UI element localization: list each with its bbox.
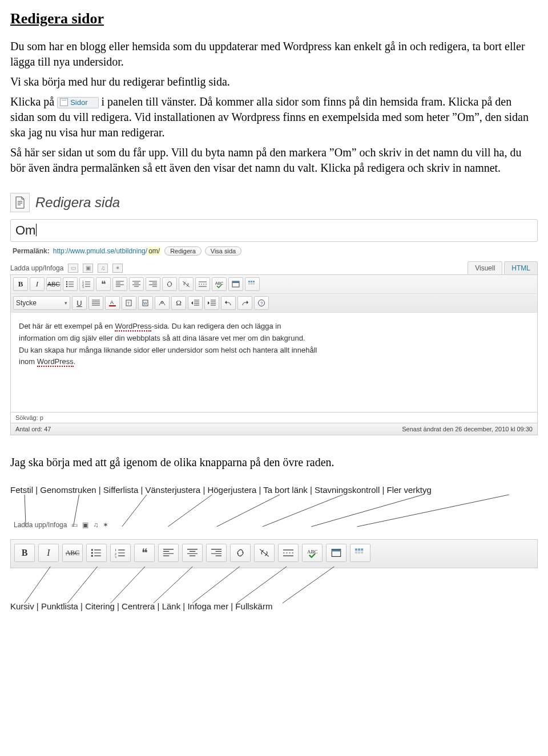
svg-rect-34 — [358, 548, 360, 551]
editor-toolbar: B I ABC 123 ❝ ABC Stycke U A T W Ω — [10, 274, 538, 313]
ordered-list-button[interactable]: 123 — [110, 544, 131, 562]
tab-visual[interactable]: Visuell — [468, 261, 502, 274]
page-title-input[interactable]: Om — [10, 219, 538, 242]
insert-audio-icon[interactable]: ♫ — [98, 264, 108, 273]
redo-button[interactable] — [237, 296, 252, 310]
align-left-button[interactable] — [158, 544, 179, 562]
italic-button[interactable]: I — [38, 544, 59, 562]
intro-p2: Vi ska börja med hur du redigerar befint… — [10, 74, 538, 90]
unordered-list-button[interactable] — [63, 277, 78, 291]
spellcheck-button[interactable]: ABC — [302, 544, 323, 562]
svg-rect-36 — [355, 551, 357, 553]
permalink-url[interactable]: http://www.pmuld.se/utbildning/ — [53, 247, 147, 255]
svg-text:W: W — [143, 301, 147, 305]
remove-format-button[interactable] — [155, 296, 170, 310]
svg-text:?: ? — [260, 301, 263, 306]
bold-button[interactable]: B — [14, 544, 35, 562]
svg-rect-14 — [253, 283, 255, 285]
svg-rect-8 — [232, 281, 239, 283]
fullscreen-button[interactable] — [228, 277, 243, 291]
align-right-button[interactable] — [146, 277, 160, 291]
align-justify-button[interactable] — [88, 296, 103, 310]
unlink-button[interactable] — [179, 277, 194, 291]
sidor-menu-chip[interactable]: Sidor — [57, 97, 98, 108]
intro-p1: Du som har en blogg eller hemsida som du… — [10, 39, 538, 70]
svg-point-25 — [91, 552, 93, 553]
link-button[interactable] — [230, 544, 251, 562]
spellcheck-button[interactable]: ABC — [212, 277, 227, 291]
edit-permalink-button[interactable]: Redigera — [164, 246, 202, 256]
svg-rect-16 — [109, 305, 116, 306]
permalink-row: Permalänk: http://www.pmuld.se/utbildnin… — [13, 246, 538, 256]
paste-word-button[interactable]: W — [138, 296, 153, 310]
wordpress-editor-screenshot: Redigera sida Om Permalänk: http://www.p… — [10, 191, 538, 435]
unordered-list-button[interactable] — [86, 544, 107, 562]
svg-text:ABC: ABC — [215, 281, 223, 285]
svg-rect-32 — [332, 549, 340, 552]
svg-rect-13 — [251, 283, 252, 285]
svg-rect-35 — [361, 548, 363, 551]
toolbar-diagram: Ladda upp/Infoga ▭ ▣ ♫ ✶ B I ABC 123 ❝ A… — [10, 498, 538, 568]
kitchen-sink-button[interactable] — [350, 544, 370, 562]
italic-button[interactable]: I — [30, 277, 45, 291]
svg-point-26 — [91, 555, 93, 557]
tab-html[interactable]: HTML — [504, 261, 538, 274]
upload-label: Ladda upp/Infoga — [10, 264, 63, 272]
view-page-button[interactable]: Visa sida — [205, 246, 241, 256]
toolbar-labels-bottom: Kursiv | Punktlista | Citering | Centrer… — [10, 601, 538, 611]
indent-button[interactable] — [204, 296, 219, 310]
svg-text:3: 3 — [115, 555, 116, 558]
mid-paragraph: Jag ska börja med att gå igenom de olika… — [10, 455, 538, 470]
svg-text:3: 3 — [82, 286, 84, 288]
align-right-button[interactable] — [206, 544, 227, 562]
editor-path: Sökväg: p — [10, 413, 538, 423]
align-center-button[interactable] — [182, 544, 203, 562]
toolbar-large: B I ABC 123 ❝ ABC — [10, 539, 538, 568]
svg-point-24 — [91, 549, 93, 551]
editor-header-title: Redigera sida — [35, 195, 120, 211]
insert-media-icon[interactable]: ✶ — [112, 264, 123, 273]
link-button[interactable] — [162, 277, 177, 291]
p3-lead: Klicka på — [10, 95, 57, 108]
svg-point-0 — [66, 281, 67, 282]
svg-text:A: A — [110, 300, 114, 305]
insert-image-icon[interactable]: ▭ — [68, 264, 78, 273]
align-left-button[interactable] — [112, 277, 127, 291]
style-select[interactable]: Stycke — [13, 296, 70, 310]
intro-p4: Så här ser sidan ut som du får upp. Vill… — [10, 145, 538, 176]
underline-button[interactable]: U — [72, 296, 87, 310]
strikethrough-button[interactable]: ABC — [62, 544, 83, 562]
kitchen-sink-button[interactable] — [245, 277, 260, 291]
strikethrough-button[interactable]: ABC — [46, 277, 61, 291]
page-heading: Redigera sidor — [10, 10, 538, 27]
help-button[interactable]: ? — [254, 296, 269, 310]
insert-media-icon[interactable]: ✶ — [103, 521, 108, 529]
ordered-list-button[interactable]: 123 — [79, 277, 94, 291]
insert-video-icon[interactable]: ▣ — [83, 264, 93, 273]
paste-text-button[interactable]: T — [122, 296, 136, 310]
text-color-button[interactable]: A — [105, 296, 120, 310]
blockquote-button[interactable]: ❝ — [96, 277, 111, 291]
insert-image-icon[interactable]: ▭ — [71, 521, 78, 529]
word-count: Antal ord: 47 — [15, 426, 51, 432]
svg-point-1 — [66, 284, 67, 285]
bold-button[interactable]: B — [13, 277, 28, 291]
intro-p3: Klicka på Sidor i panelen till vänster. … — [10, 94, 538, 140]
svg-rect-33 — [355, 548, 357, 551]
permalink-slug: om/ — [147, 247, 161, 255]
align-center-button[interactable] — [129, 277, 144, 291]
insert-video-icon[interactable]: ▣ — [82, 521, 88, 529]
insert-char-button[interactable]: Ω — [171, 296, 186, 310]
unlink-button[interactable] — [254, 544, 275, 562]
outdent-button[interactable] — [188, 296, 203, 310]
svg-rect-37 — [358, 551, 360, 553]
editor-content[interactable]: Det här är ett exempel på en WordPress-s… — [10, 313, 538, 413]
blockquote-button[interactable]: ❝ — [134, 544, 155, 562]
page-icon — [60, 98, 68, 106]
undo-button[interactable] — [221, 296, 236, 310]
svg-rect-12 — [248, 283, 250, 285]
insert-audio-icon[interactable]: ♫ — [93, 521, 98, 529]
insert-more-button[interactable] — [195, 277, 210, 291]
insert-more-button[interactable] — [278, 544, 299, 562]
fullscreen-button[interactable] — [326, 544, 346, 562]
